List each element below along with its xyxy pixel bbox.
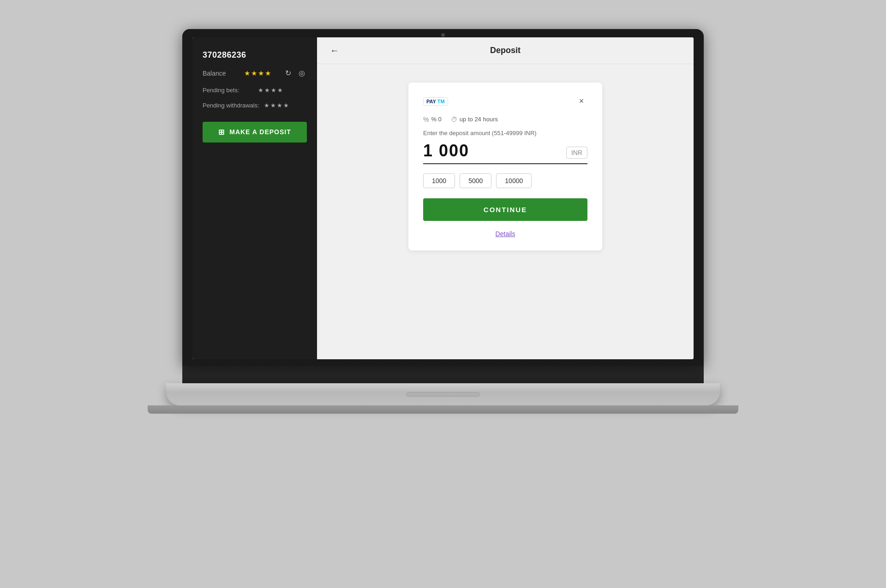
deposit-card-area: PAY TM × % % 0 ⏱	[317, 64, 694, 359]
page-header: ← Deposit	[317, 37, 694, 64]
camera-dot	[441, 33, 445, 37]
pending-withdrawals-label: Pending withdrawals:	[203, 102, 259, 109]
laptop-bottom-edge	[148, 405, 738, 414]
close-button[interactable]: ×	[575, 95, 587, 107]
account-id: 370286236	[203, 50, 307, 60]
balance-label: Balance	[203, 70, 239, 77]
trackpad[interactable]	[406, 392, 480, 397]
pending-bets-value: ★★★★	[258, 87, 284, 94]
hide-icon[interactable]: ◎	[297, 68, 307, 78]
currency-label: INR	[566, 147, 587, 159]
quick-amount-1000[interactable]: 1000	[423, 173, 455, 188]
sidebar: 370286236 Balance ★★★★ ↻ ◎ Pending bets:…	[192, 37, 317, 359]
screen-inner: 370286236 Balance ★★★★ ↻ ◎ Pending bets:…	[192, 37, 694, 359]
amount-input-row: INR	[423, 141, 587, 164]
bonus-meta: % % 0	[423, 116, 442, 123]
quick-amount-5000[interactable]: 5000	[460, 173, 491, 188]
continue-button[interactable]: CONTINUE	[423, 198, 587, 221]
balance-row: Balance ★★★★ ↻ ◎	[203, 68, 307, 78]
page-title: Deposit	[330, 46, 681, 55]
balance-icons: ↻ ◎	[283, 68, 307, 78]
laptop-base	[166, 383, 720, 405]
laptop-container: 370286236 Balance ★★★★ ↻ ◎ Pending bets:…	[166, 29, 720, 559]
deposit-icon: ⊞	[218, 128, 225, 137]
amount-input[interactable]	[423, 141, 563, 160]
time-meta: ⏱ up to 24 hours	[451, 116, 498, 123]
deposit-card: PAY TM × % % 0 ⏱	[408, 83, 602, 250]
card-header: PAY TM ×	[423, 95, 587, 107]
card-meta: % % 0 ⏱ up to 24 hours	[423, 116, 587, 123]
back-button[interactable]: ←	[330, 45, 339, 56]
bonus-value: % 0	[431, 116, 441, 123]
make-deposit-button[interactable]: ⊞ MAKE A DEPOSIT	[203, 122, 307, 143]
paytm-logo: PAY TM	[423, 97, 448, 106]
processing-time: up to 24 hours	[460, 116, 498, 123]
pending-withdrawals-row: Pending withdrawals: ★★★★	[203, 102, 307, 109]
percent-icon: %	[423, 116, 429, 123]
paytm-pay-text: PAY	[426, 99, 436, 104]
screen-bezel: 370286236 Balance ★★★★ ↻ ◎ Pending bets:…	[182, 29, 704, 366]
pending-bets-row: Pending bets: ★★★★	[203, 87, 307, 94]
pending-bets-label: Pending bets:	[203, 87, 253, 94]
clock-icon: ⏱	[451, 116, 457, 123]
balance-stars: ★★★★	[244, 69, 278, 77]
deposit-hint: Enter the deposit amount (551-49999 INR)	[423, 130, 587, 137]
quick-amounts: 1000 5000 10000	[423, 173, 587, 188]
refresh-icon[interactable]: ↻	[283, 68, 293, 78]
paytm-tm-text: TM	[437, 99, 445, 104]
details-link[interactable]: Details	[423, 230, 587, 238]
quick-amount-10000[interactable]: 10000	[496, 173, 532, 188]
deposit-button-label: MAKE A DEPOSIT	[229, 128, 291, 136]
keyboard-area	[182, 366, 704, 383]
pending-withdrawals-value: ★★★★	[264, 102, 290, 109]
main-content: ← Deposit PAY TM ×	[317, 37, 694, 359]
